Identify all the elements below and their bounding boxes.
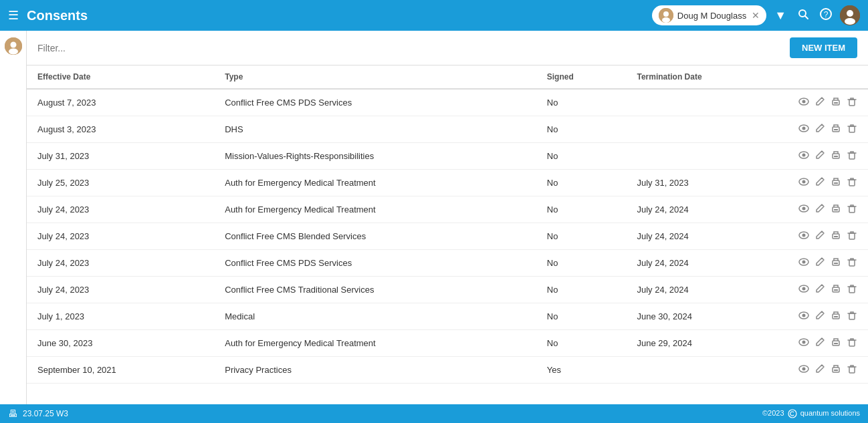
table-row: July 25, 2023Auth for Emergency Medical … xyxy=(27,170,868,196)
cell-termination-date: July 24, 2024 xyxy=(626,250,788,277)
cell-actions xyxy=(788,223,868,250)
cell-type: Conflict Free CMS PDS Services xyxy=(214,250,536,277)
edit-icon[interactable] xyxy=(815,230,825,243)
header-right: Doug M Douglass ✕ ▼ ? xyxy=(652,5,860,25)
edit-icon[interactable] xyxy=(815,364,825,376)
edit-icon[interactable] xyxy=(815,176,825,189)
table-row: August 3, 2023DHSNo xyxy=(27,116,868,143)
view-icon[interactable] xyxy=(798,150,809,162)
edit-icon[interactable] xyxy=(815,203,825,216)
delete-icon[interactable] xyxy=(847,150,857,162)
user-chip[interactable]: Doug M Douglass ✕ xyxy=(652,5,766,25)
svg-rect-31 xyxy=(834,182,838,184)
cell-actions xyxy=(788,250,868,277)
cell-effective-date: August 7, 2023 xyxy=(27,89,214,116)
cell-type: Conflict Free CMS PDS Services xyxy=(214,89,536,116)
view-icon[interactable] xyxy=(798,96,809,109)
edit-icon[interactable] xyxy=(815,310,825,323)
svg-point-2 xyxy=(662,17,670,23)
svg-rect-27 xyxy=(849,153,855,159)
svg-line-4 xyxy=(805,16,808,19)
print-icon[interactable] xyxy=(831,203,841,216)
delete-icon[interactable] xyxy=(847,283,857,296)
view-icon[interactable] xyxy=(798,337,809,349)
delete-icon[interactable] xyxy=(847,123,857,136)
svg-rect-52 xyxy=(849,287,855,293)
view-icon[interactable] xyxy=(798,230,809,243)
table-row: September 10, 2021Privacy PracticesYes xyxy=(27,357,868,384)
edit-icon[interactable] xyxy=(815,150,825,162)
cell-effective-date: July 25, 2023 xyxy=(27,170,214,196)
cell-effective-date: July 31, 2023 xyxy=(27,143,214,170)
svg-point-34 xyxy=(802,207,806,210)
sidebar-avatar xyxy=(5,37,22,55)
delete-icon[interactable] xyxy=(847,96,857,109)
delete-icon[interactable] xyxy=(847,337,857,349)
user-avatar-small xyxy=(659,8,673,23)
svg-rect-37 xyxy=(849,206,855,213)
print-icon[interactable] xyxy=(831,123,841,136)
view-icon[interactable] xyxy=(798,283,809,296)
edit-icon[interactable] xyxy=(815,257,825,269)
col-type: Type xyxy=(214,65,536,89)
dropdown-button[interactable]: ▼ xyxy=(772,9,789,23)
svg-point-68 xyxy=(788,410,796,418)
delete-icon[interactable] xyxy=(847,257,857,269)
filter-bar: NEW ITEM xyxy=(27,31,868,65)
view-icon[interactable] xyxy=(798,123,809,136)
edit-icon[interactable] xyxy=(815,123,825,136)
print-icon[interactable] xyxy=(831,310,841,323)
cell-termination-date: July 24, 2024 xyxy=(626,277,788,303)
print-icon[interactable] xyxy=(831,96,841,109)
footer-print-icon[interactable]: 🖶 xyxy=(8,408,17,419)
view-icon[interactable] xyxy=(798,364,809,376)
print-icon[interactable] xyxy=(831,337,841,349)
view-icon[interactable] xyxy=(798,203,809,216)
delete-icon[interactable] xyxy=(847,310,857,323)
cell-signed: No xyxy=(536,89,627,116)
edit-icon[interactable] xyxy=(815,337,825,349)
cell-termination-date xyxy=(626,116,788,143)
delete-icon[interactable] xyxy=(847,364,857,376)
user-close-icon[interactable]: ✕ xyxy=(752,10,760,21)
cell-termination-date: July 24, 2024 xyxy=(626,196,788,223)
cell-actions xyxy=(788,277,868,303)
cell-actions xyxy=(788,357,868,384)
svg-point-14 xyxy=(802,100,806,104)
edit-icon[interactable] xyxy=(815,283,825,296)
sidebar-strip xyxy=(0,31,27,404)
cell-termination-date xyxy=(626,357,788,384)
table-header-row: Effective Date Type Signed Termination D… xyxy=(27,65,868,89)
filter-input[interactable] xyxy=(37,43,783,53)
new-item-button[interactable]: NEW ITEM xyxy=(790,37,857,58)
footer-company: quantum solutions xyxy=(800,409,860,417)
delete-icon[interactable] xyxy=(847,230,857,243)
print-icon[interactable] xyxy=(831,150,841,162)
hamburger-icon[interactable]: ☰ xyxy=(8,8,19,23)
col-termination-date: Termination Date xyxy=(626,65,788,89)
svg-rect-47 xyxy=(849,260,855,266)
search-button[interactable] xyxy=(794,8,812,23)
cell-signed: No xyxy=(536,143,627,170)
print-icon[interactable] xyxy=(831,176,841,189)
delete-icon[interactable] xyxy=(847,203,857,216)
print-icon[interactable] xyxy=(831,364,841,376)
cell-termination-date: June 30, 2024 xyxy=(626,303,788,330)
print-icon[interactable] xyxy=(831,230,841,243)
view-icon[interactable] xyxy=(798,310,809,323)
print-icon[interactable] xyxy=(831,283,841,296)
cell-effective-date: July 24, 2023 xyxy=(27,196,214,223)
view-icon[interactable] xyxy=(798,176,809,189)
cell-signed: No xyxy=(536,277,627,303)
edit-icon[interactable] xyxy=(815,96,825,109)
cell-type: Auth for Emergency Medical Treatment xyxy=(214,330,536,357)
footer-right: ©2023 quantum solutions xyxy=(762,409,860,418)
svg-rect-16 xyxy=(834,102,838,104)
view-icon[interactable] xyxy=(798,257,809,269)
cell-actions xyxy=(788,196,868,223)
help-button[interactable]: ? xyxy=(817,8,835,23)
cell-type: Mission-Values-Rights-Responsibilities xyxy=(214,143,536,170)
svg-point-64 xyxy=(802,368,806,371)
print-icon[interactable] xyxy=(831,257,841,269)
delete-icon[interactable] xyxy=(847,176,857,189)
